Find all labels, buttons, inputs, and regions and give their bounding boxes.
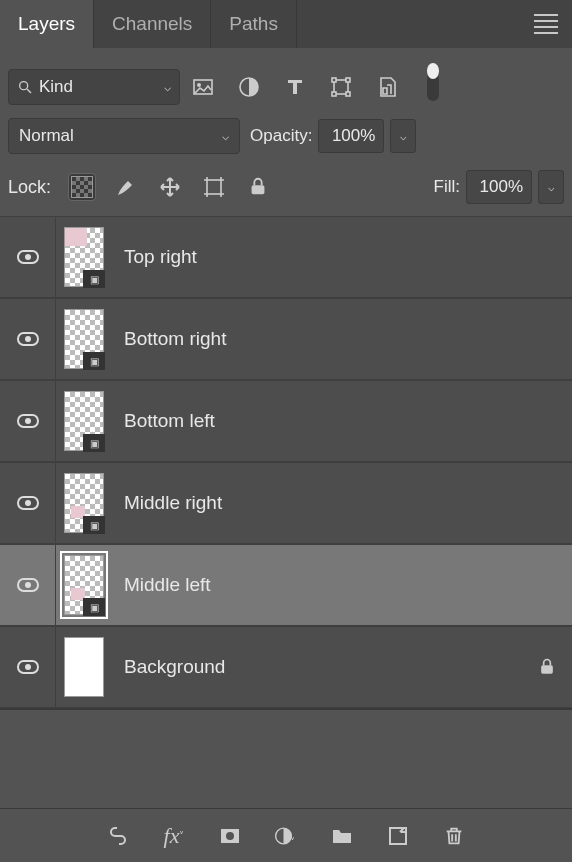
svg-rect-8 [332,92,336,96]
opacity-input[interactable]: 100% [318,119,384,153]
layer-item[interactable]: ▣ Bottom left [0,380,572,462]
filter-type-text-icon[interactable] [282,74,308,100]
layer-thumbnail[interactable]: ▣ [56,391,112,451]
visibility-eye-icon[interactable] [17,496,39,510]
visibility-eye-icon[interactable] [17,332,39,346]
lock-label: Lock: [8,177,51,198]
svg-point-14 [226,832,234,840]
svg-rect-7 [346,78,350,82]
lock-artboard-icon[interactable] [201,174,227,200]
tab-layers[interactable]: Layers [0,0,94,48]
layer-item[interactable]: ▣ Middle left [0,544,572,626]
layer-thumbnail[interactable]: ▣ [56,555,112,615]
smart-object-badge-icon: ▣ [83,270,105,288]
delete-layer-icon[interactable] [441,823,467,849]
layer-effects-icon[interactable]: fx˅ [161,823,187,849]
visibility-eye-icon[interactable] [17,660,39,674]
svg-rect-10 [207,180,221,194]
lock-row: Lock: Fill: 100% ⌵ [0,164,572,216]
panel-footer: fx˅ ˅ [0,808,572,862]
filter-smartobject-icon[interactable] [374,74,400,100]
svg-point-0 [20,82,28,90]
filter-adjustment-icon[interactable] [236,74,262,100]
lock-transparency-icon[interactable] [69,174,95,200]
layer-name[interactable]: Bottom left [112,410,572,432]
opacity-flyout-button[interactable]: ⌵ [390,119,416,153]
layer-filter-row: Kind ⌵ [0,62,572,112]
svg-rect-6 [332,78,336,82]
lock-position-icon[interactable] [157,174,183,200]
filter-kind-select[interactable]: Kind ⌵ [8,69,180,105]
panel-tab-row: Layers Channels Paths [0,0,572,48]
new-layer-icon[interactable] [385,823,411,849]
tab-paths[interactable]: Paths [211,0,297,48]
visibility-eye-icon[interactable] [17,578,39,592]
filter-pixel-icon[interactable] [190,74,216,100]
fill-flyout-button[interactable]: ⌵ [538,170,564,204]
smart-object-badge-icon: ▣ [83,352,105,370]
smart-object-badge-icon: ▣ [83,598,105,616]
layers-list: ▣ Top right ▣ Bottom right ▣ Bottom left… [0,216,572,710]
blend-mode-select[interactable]: Normal ⌵ [8,118,240,154]
layer-item[interactable]: ▣ Top right [0,216,572,298]
layer-name[interactable]: Top right [112,246,572,268]
layer-locked-icon[interactable] [522,657,572,677]
layer-name[interactable]: Middle right [112,492,572,514]
visibility-eye-icon[interactable] [17,414,39,428]
add-mask-icon[interactable] [217,823,243,849]
layer-name[interactable]: Background [112,656,522,678]
layer-name[interactable]: Bottom right [112,328,572,350]
svg-rect-12 [541,665,553,673]
smart-object-badge-icon: ▣ [83,434,105,452]
layer-item[interactable]: Background [0,626,572,708]
layer-name[interactable]: Middle left [112,574,572,596]
search-icon [17,79,33,95]
chevron-down-icon: ⌵ [164,80,171,94]
layer-item[interactable]: ▣ Middle right [0,462,572,544]
svg-rect-9 [346,92,350,96]
new-adjustment-layer-icon[interactable]: ˅ [273,823,299,849]
layer-thumbnail[interactable]: ▣ [56,309,112,369]
lock-all-icon[interactable] [245,174,271,200]
opacity-group: Opacity: 100% ⌵ [250,119,416,153]
filter-shape-icon[interactable] [328,74,354,100]
fill-input[interactable]: 100% [466,170,532,204]
svg-point-3 [197,83,201,87]
svg-line-1 [27,89,31,93]
layer-thumbnail[interactable] [56,637,112,697]
tab-channels[interactable]: Channels [94,0,211,48]
panel-menu-icon[interactable] [534,14,558,34]
link-layers-icon[interactable] [105,823,131,849]
layer-thumbnail[interactable]: ▣ [56,227,112,287]
blend-row: Normal ⌵ Opacity: 100% ⌵ [0,112,572,164]
opacity-label: Opacity: [250,126,312,146]
layer-thumbnail[interactable]: ▣ [56,473,112,533]
layer-item[interactable]: ▣ Bottom right [0,298,572,380]
chevron-down-icon: ⌵ [222,129,229,143]
lock-pixels-icon[interactable] [113,174,139,200]
blend-mode-value: Normal [19,126,74,146]
filter-type-icons [190,74,446,100]
svg-rect-16 [390,828,406,844]
smart-object-badge-icon: ▣ [83,516,105,534]
visibility-eye-icon[interactable] [17,250,39,264]
filter-kind-label: Kind [39,77,73,97]
svg-rect-11 [252,185,265,194]
filter-toggle[interactable] [420,74,446,100]
fill-label: Fill: [434,177,460,197]
new-group-icon[interactable] [329,823,355,849]
